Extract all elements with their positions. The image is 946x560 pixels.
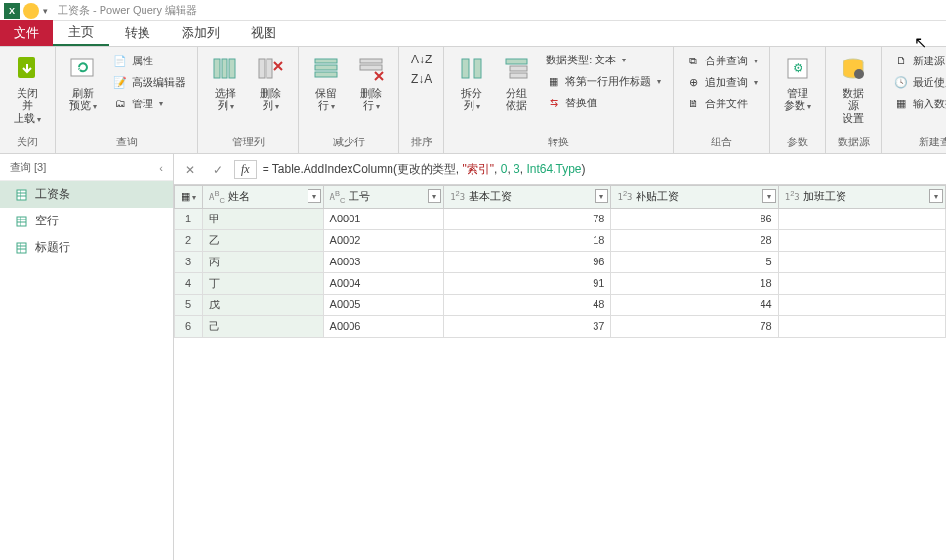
cell[interactable]: A0004	[323, 272, 444, 294]
tab-view[interactable]: 视图	[235, 20, 292, 46]
recent-sources-button[interactable]: 🕓最近使用的源▾	[889, 72, 946, 92]
enter-data-button[interactable]: ▦输入数据	[889, 94, 946, 113]
dropdown-icon[interactable]: ▾	[43, 6, 48, 16]
cell[interactable]: 己	[203, 315, 324, 337]
confirm-formula-button[interactable]: ✓	[207, 159, 228, 180]
fx-button[interactable]: fx	[234, 160, 257, 179]
cell[interactable]: 甲	[203, 208, 324, 229]
cell[interactable]	[778, 315, 945, 337]
data-grid[interactable]: ▦▾ABC姓名▾ABC工号▾123基本工资▾123补贴工资▾123加班工资▾ 1…	[174, 185, 946, 560]
table-row[interactable]: 6己A00063778	[175, 315, 946, 337]
cell[interactable]	[778, 251, 945, 272]
merge-icon: ⧉	[685, 53, 701, 68]
remove-rows-button[interactable]: 删除 行▾	[351, 51, 391, 115]
table-row[interactable]: 2乙A00021828	[175, 229, 946, 251]
row-number[interactable]: 3	[175, 251, 203, 272]
datatype-button[interactable]: 数据类型: 文本▾	[542, 51, 665, 69]
group-by-button[interactable]: 分组 依据	[497, 51, 536, 114]
cell[interactable]: 37	[444, 315, 611, 337]
row-number[interactable]: 1	[175, 208, 203, 229]
cell[interactable]: 28	[611, 229, 778, 251]
column-header[interactable]: 123补贴工资▾	[611, 186, 778, 209]
cell[interactable]	[778, 208, 945, 229]
sort-desc-button[interactable]: Z↓A	[407, 70, 435, 88]
svg-point-20	[854, 69, 864, 79]
cell[interactable]: 5	[611, 251, 778, 272]
cell[interactable]: A0002	[323, 229, 444, 251]
cell[interactable]	[778, 229, 945, 251]
tab-transform[interactable]: 转换	[109, 20, 166, 46]
cell[interactable]: 戊	[203, 294, 324, 315]
remove-columns-icon	[255, 53, 286, 84]
cell[interactable]: 48	[444, 294, 611, 315]
params-icon: ⚙	[782, 53, 813, 84]
table-row[interactable]: 1甲A00017886	[175, 208, 946, 229]
filter-dropdown[interactable]: ▾	[762, 189, 776, 203]
combine-files-button[interactable]: 🗎合并文件	[681, 94, 761, 113]
advanced-editor-button[interactable]: 📝高级编辑器	[108, 72, 189, 92]
content: ✕ ✓ fx = Table.AddIndexColumn(更改的类型, "索引…	[174, 154, 946, 560]
filter-dropdown[interactable]: ▾	[428, 189, 441, 203]
cell[interactable]: 丙	[203, 251, 324, 272]
column-header[interactable]: ABC工号▾	[323, 186, 444, 209]
cell[interactable]	[778, 294, 945, 315]
cell[interactable]: 78	[611, 315, 778, 337]
cell[interactable]: A0003	[323, 251, 444, 272]
row-number[interactable]: 2	[175, 229, 203, 251]
cell[interactable]: 91	[444, 272, 611, 294]
manage-parameters-button[interactable]: ⚙ 管理 参数▾	[778, 51, 817, 115]
cell[interactable]: 18	[611, 272, 778, 294]
query-item[interactable]: 空行	[0, 208, 173, 234]
row-number[interactable]: 5	[175, 294, 203, 315]
choose-columns-button[interactable]: 选择 列▾	[206, 51, 245, 115]
choose-columns-icon	[210, 53, 241, 84]
filter-dropdown[interactable]: ▾	[308, 189, 321, 203]
cell[interactable]: A0006	[323, 315, 444, 337]
cell[interactable]: 18	[444, 229, 611, 251]
row-number[interactable]: 4	[175, 272, 203, 294]
table-row[interactable]: 4丁A00049118	[175, 272, 946, 294]
column-header[interactable]: ABC姓名▾	[203, 186, 324, 209]
keep-rows-button[interactable]: 保留 行▾	[307, 51, 346, 115]
manage-button[interactable]: 🗂管理▾	[108, 94, 189, 113]
split-column-button[interactable]: 拆分 列▾	[452, 51, 491, 115]
tab-home[interactable]: 主页	[53, 20, 109, 46]
append-queries-button[interactable]: ⊕追加查询▾	[681, 72, 761, 92]
datasource-settings-button[interactable]: 数据源 设置	[834, 51, 873, 127]
formula-text[interactable]: = Table.AddIndexColumn(更改的类型, "索引", 0, 3…	[263, 161, 940, 178]
table-row[interactable]: 5戊A00054844	[175, 294, 946, 315]
tab-file[interactable]: 文件	[0, 20, 53, 46]
column-header[interactable]: 123加班工资▾	[778, 186, 945, 209]
sort-asc-icon: A↓Z	[411, 53, 432, 66]
svg-rect-15	[510, 66, 527, 71]
cell[interactable]: A0005	[323, 294, 444, 315]
collapse-icon[interactable]: ‹	[159, 162, 163, 174]
cell[interactable]	[778, 272, 945, 294]
close-load-button[interactable]: 关闭并 上载▾	[8, 51, 47, 128]
new-source-button[interactable]: 🗋新建源▾	[889, 51, 946, 70]
cell[interactable]: 78	[444, 208, 611, 229]
query-item[interactable]: 标题行	[0, 234, 173, 260]
tab-addcolumn[interactable]: 添加列	[166, 20, 235, 46]
cell[interactable]: 96	[444, 251, 611, 272]
column-header[interactable]: 123基本工资▾	[444, 186, 611, 209]
first-row-header-button[interactable]: ▦将第一行用作标题▾	[542, 71, 665, 91]
cell[interactable]: 丁	[203, 272, 324, 294]
properties-button[interactable]: 📄属性	[108, 51, 189, 70]
query-item[interactable]: 工资条	[0, 181, 173, 208]
replace-values-button[interactable]: ⇆替换值	[542, 93, 665, 112]
select-all-corner[interactable]: ▦▾	[175, 186, 203, 209]
remove-columns-button[interactable]: 删除 列▾	[251, 51, 290, 115]
cell[interactable]: A0001	[323, 208, 444, 229]
cell[interactable]: 44	[611, 294, 778, 315]
row-number[interactable]: 6	[175, 315, 203, 337]
filter-dropdown[interactable]: ▾	[595, 189, 608, 203]
table-row[interactable]: 3丙A0003965	[175, 251, 946, 272]
cell[interactable]: 86	[611, 208, 778, 229]
cell[interactable]: 乙	[203, 229, 324, 251]
merge-queries-button[interactable]: ⧉合并查询▾	[681, 51, 761, 70]
cancel-formula-button[interactable]: ✕	[180, 159, 201, 180]
sort-asc-button[interactable]: A↓Z	[407, 51, 435, 68]
refresh-preview-button[interactable]: 刷新 预览▾	[63, 51, 103, 115]
filter-dropdown[interactable]: ▾	[929, 189, 943, 203]
